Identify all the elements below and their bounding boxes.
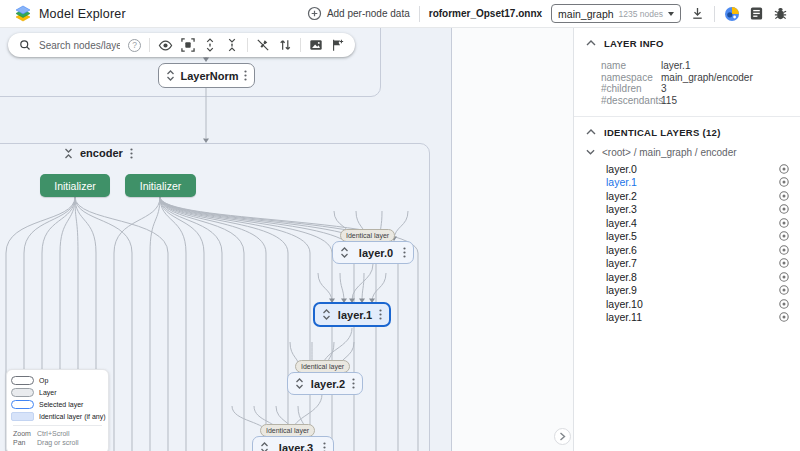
legend-swatch-layer: [11, 388, 34, 397]
inspector-panel: LAYER INFO namelayer.1namespacemain_grap…: [573, 28, 800, 451]
locate-icon[interactable]: [778, 190, 790, 202]
flatten-layers-off-button[interactable]: [256, 38, 270, 52]
bug-report-button[interactable]: [773, 6, 788, 21]
node-layer.1[interactable]: layer.1: [313, 302, 391, 327]
plus-circle-icon: [307, 6, 322, 21]
identical-layer-item[interactable]: layer.10: [574, 297, 800, 311]
node-label: LayerNorm: [180, 70, 238, 82]
identical-layer-item[interactable]: layer.5: [574, 230, 800, 244]
node-label: Initializer: [140, 180, 181, 192]
encoder-group-header[interactable]: encoder: [64, 147, 133, 159]
identical-layer-name: layer.4: [606, 217, 637, 229]
identical-layer-name: layer.11: [606, 311, 642, 323]
node-menu-icon[interactable]: [379, 309, 382, 320]
node-layer.3[interactable]: layer.3: [252, 436, 334, 451]
identical-layer-item[interactable]: layer.9: [574, 284, 800, 298]
unfold-more-icon[interactable]: [295, 378, 304, 389]
locate-icon[interactable]: [778, 271, 790, 283]
group-menu-icon[interactable]: [130, 148, 133, 159]
graph-canvas[interactable]: LayerNorm encoder InitializerInitializer…: [0, 28, 573, 451]
node-layer.0[interactable]: layer.0: [332, 241, 414, 264]
flag-node-button[interactable]: [331, 38, 344, 52]
unfold-more-icon[interactable]: [260, 442, 269, 451]
locate-icon[interactable]: [778, 298, 790, 310]
identical-layer-item[interactable]: layer.3: [574, 203, 800, 217]
identical-layer-name: layer.8: [606, 271, 637, 283]
node-menu-icon[interactable]: [323, 442, 326, 451]
export-image-button[interactable]: [309, 38, 323, 52]
identical-layer-item[interactable]: layer.8: [574, 270, 800, 284]
search-input[interactable]: [39, 40, 120, 51]
brand: Model Explorer: [14, 5, 126, 23]
collapse-all-layers-button[interactable]: [225, 38, 239, 52]
legend-label: Layer: [39, 389, 57, 396]
docs-button[interactable]: [749, 6, 764, 21]
expand-all-layers-button[interactable]: [203, 38, 217, 52]
swap-direction-button[interactable]: [278, 38, 292, 52]
identical-layer-item[interactable]: layer.1: [574, 176, 800, 190]
add-per-node-data-button[interactable]: Add per-node data: [307, 6, 410, 21]
locate-icon[interactable]: [778, 311, 790, 323]
layer-info-header[interactable]: LAYER INFO: [574, 35, 800, 51]
zoom-to-fit-button[interactable]: [181, 38, 195, 52]
node-layer.2[interactable]: layer.2: [287, 372, 363, 395]
panel-collapse-toggle[interactable]: [554, 428, 571, 445]
identical-layer-item[interactable]: layer.4: [574, 216, 800, 230]
identical-layers-title: IDENTICAL LAYERS (12): [604, 127, 721, 138]
identical-layer-name: layer.6: [606, 244, 637, 256]
unfold-less-icon[interactable]: [64, 148, 73, 159]
identical-layer-item[interactable]: layer.7: [574, 257, 800, 271]
model-explorer-logo-icon: [14, 5, 32, 23]
node-label: layer.3: [279, 442, 313, 451]
locate-icon[interactable]: [778, 217, 790, 229]
locate-icon[interactable]: [778, 230, 790, 242]
legend: OpLayerSelected layerIdentical layer (if…: [6, 369, 109, 451]
tree-root-row[interactable]: <root> / main_graph / encoder: [574, 145, 800, 159]
locate-icon[interactable]: [778, 163, 790, 175]
search-help-icon[interactable]: ?: [128, 39, 141, 52]
layer-info-title: LAYER INFO: [604, 38, 664, 49]
legend-label: Selected layer: [39, 401, 83, 408]
divider: [149, 38, 150, 52]
top-bar: Model Explorer Add per-node data roforme…: [0, 0, 800, 28]
divider: [13, 425, 102, 426]
theme-palette-button[interactable]: [724, 6, 740, 22]
info-value: layer.1: [661, 60, 690, 72]
locate-icon[interactable]: [778, 284, 790, 296]
download-icon: [690, 6, 705, 21]
identical-layer-item[interactable]: layer.6: [574, 243, 800, 257]
graph-node-count: 1235 nodes: [619, 9, 663, 19]
legend-row: Layer: [11, 388, 102, 397]
info-key: namespace: [601, 72, 661, 84]
legend-shortcut: ZoomCtrl+Scroll: [13, 430, 102, 437]
identical-layers-header[interactable]: IDENTICAL LAYERS (12): [574, 124, 800, 140]
unfold-more-icon[interactable]: [340, 247, 349, 258]
locate-icon[interactable]: [778, 244, 790, 256]
locate-icon[interactable]: [778, 203, 790, 215]
locate-icon[interactable]: [778, 176, 790, 188]
locate-icon[interactable]: [778, 257, 790, 269]
node-initializer[interactable]: Initializer: [125, 174, 196, 197]
download-graph-button[interactable]: [690, 6, 705, 21]
node-initializer[interactable]: Initializer: [40, 174, 110, 197]
divider: [419, 6, 420, 22]
identical-layer-item[interactable]: layer.2: [574, 189, 800, 203]
node-menu-icon[interactable]: [244, 70, 247, 81]
node-layernorm[interactable]: LayerNorm: [158, 63, 255, 88]
graph-selector[interactable]: main_graph 1235 nodes: [551, 4, 681, 23]
unfold-more-icon[interactable]: [322, 309, 331, 320]
toggle-visibility-button[interactable]: [158, 38, 173, 53]
node-menu-icon[interactable]: [403, 247, 406, 258]
info-key: #children: [601, 83, 661, 95]
node-menu-icon[interactable]: [352, 378, 355, 389]
info-value: 3: [661, 83, 667, 95]
unfold-more-icon[interactable]: [166, 70, 175, 81]
identical-layer-item[interactable]: layer.0: [574, 162, 800, 176]
dropdown-caret-icon: [668, 12, 674, 16]
identical-layer-item[interactable]: layer.11: [574, 311, 800, 325]
layer-info-section: LAYER INFO namelayer.1namespacemain_grap…: [574, 35, 800, 106]
legend-label: Identical layer (if any): [39, 413, 106, 420]
legend-label: Op: [39, 377, 48, 384]
search-icon: [19, 39, 31, 51]
chevron-up-icon: [586, 129, 596, 135]
